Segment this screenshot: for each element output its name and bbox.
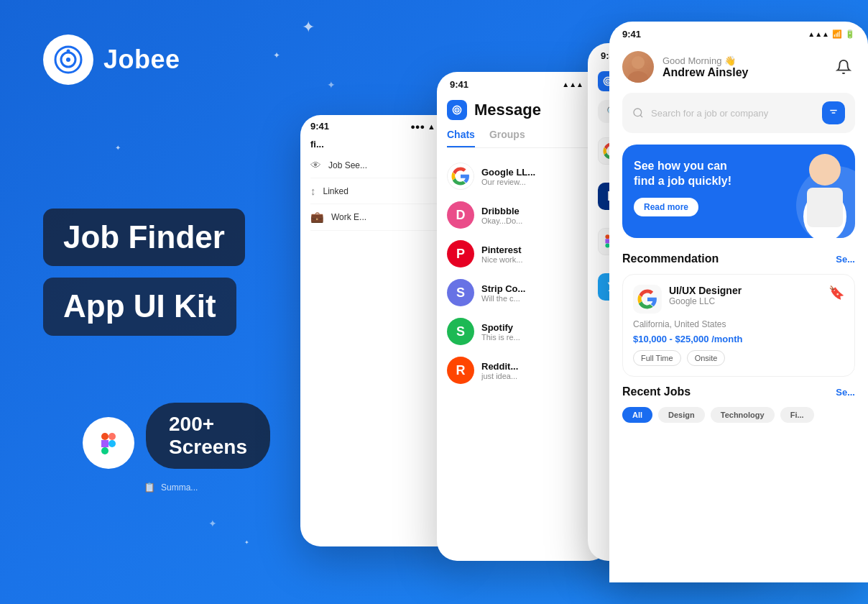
job-card-featured[interactable]: UI/UX Designer Google LLC 🔖 California, … bbox=[622, 274, 855, 377]
filter-button[interactable] bbox=[822, 101, 845, 124]
recommendation-see[interactable]: Se... bbox=[836, 254, 855, 265]
app-logo-messages bbox=[447, 100, 467, 120]
phone-profile: 9:41 ●●●▲🔋 fi... 👁 Job See... ↕ Linked 💼… bbox=[300, 115, 458, 546]
google-avatar bbox=[447, 163, 474, 190]
svg-rect-6 bbox=[101, 440, 108, 447]
reddit-avatar: R bbox=[447, 357, 474, 384]
filter-design[interactable]: Design bbox=[658, 407, 705, 423]
recommendation-section-header: Recommendation Se... bbox=[622, 252, 855, 265]
home-search[interactable]: Search for a job or company bbox=[622, 93, 855, 133]
svg-point-8 bbox=[108, 440, 116, 447]
stripe-avatar: S bbox=[447, 279, 474, 306]
bottom-icons-area: 📋 Summa... bbox=[144, 482, 198, 493]
eye-icon: 👁 bbox=[310, 159, 321, 171]
recent-jobs-see[interactable]: Se... bbox=[836, 387, 855, 398]
recent-jobs-title: Recent Jobs bbox=[622, 385, 691, 398]
sort-icon: ↕ bbox=[310, 185, 316, 197]
filter-fi[interactable]: Fi... bbox=[780, 407, 814, 423]
chat-item-stripe[interactable]: S Strip Co... Will the c... bbox=[447, 273, 599, 312]
notification-icon[interactable] bbox=[832, 55, 855, 78]
svg-rect-7 bbox=[101, 447, 108, 454]
phone-home: 9:41 ▲▲▲ 📶 🔋 bbox=[609, 22, 868, 582]
job-logo-google bbox=[633, 285, 662, 314]
svg-point-20 bbox=[632, 56, 645, 69]
job-salary: $10,000 - $25,000 /month bbox=[633, 334, 844, 344]
svg-point-14 bbox=[607, 81, 609, 82]
home-header: Good Morning 👋 Andrew Ainsley bbox=[622, 44, 855, 93]
sparkle-icon: ✦ bbox=[208, 518, 217, 529]
user-name: Andrew Ainsley bbox=[662, 66, 823, 79]
logo-area: Jobee bbox=[43, 35, 180, 85]
figma-icon bbox=[83, 417, 134, 469]
recent-jobs-section-header: Recent Jobs Se... bbox=[622, 385, 855, 398]
pinterest-avatar: P bbox=[447, 240, 474, 267]
svg-point-11 bbox=[456, 109, 458, 111]
svg-point-3 bbox=[67, 50, 70, 53]
svg-point-22 bbox=[634, 109, 642, 116]
logo-icon bbox=[43, 35, 93, 85]
briefcase-icon: 💼 bbox=[310, 211, 324, 224]
dribbble-avatar: D bbox=[447, 201, 474, 229]
banner-person bbox=[767, 145, 855, 238]
svg-point-2 bbox=[66, 58, 70, 62]
home-content: Good Morning 👋 Andrew Ainsley Search for… bbox=[609, 44, 868, 423]
title-badge-1: Job Finder bbox=[43, 209, 245, 266]
filter-technology[interactable]: Technology bbox=[711, 407, 775, 423]
status-bar-home: 9:41 ▲▲▲ 📶 🔋 bbox=[609, 22, 868, 44]
sidebar-item-linked[interactable]: ↕ Linked bbox=[310, 178, 448, 204]
job-company: Google LLC bbox=[669, 296, 821, 306]
phone-messages: 9:41 ▲▲▲🔋 Message Chats Groups bbox=[437, 72, 609, 561]
messages-content: Message Chats Groups Google LL... Our re… bbox=[437, 94, 609, 390]
messages-tabs: Chats Groups bbox=[447, 129, 599, 148]
job-title: UI/UX Designer bbox=[669, 285, 821, 296]
recommendation-title: Recommendation bbox=[622, 252, 719, 265]
status-bar-messages: 9:41 ▲▲▲🔋 bbox=[437, 72, 609, 94]
phones-container: 9:41 ●●●▲🔋 fi... 👁 Job See... ↕ Linked 💼… bbox=[279, 0, 868, 604]
svg-rect-4 bbox=[101, 433, 108, 440]
chat-item-google[interactable]: Google LL... Our review... bbox=[447, 157, 599, 196]
svg-rect-28 bbox=[807, 188, 843, 227]
filter-all[interactable]: All bbox=[622, 407, 652, 423]
user-avatar bbox=[622, 51, 654, 83]
job-location: California, United States bbox=[633, 319, 844, 329]
tagline2: App UI Kit bbox=[63, 289, 216, 324]
chat-item-dribbble[interactable]: D Dribbble Okay...Do... bbox=[447, 196, 599, 234]
screens-badge: 200+ Screens bbox=[146, 403, 270, 469]
spotify-avatar: S bbox=[447, 318, 474, 345]
tagline1: Job Finder bbox=[63, 220, 225, 255]
tab-groups[interactable]: Groups bbox=[489, 129, 525, 147]
bookmark-icon[interactable]: 🔖 bbox=[828, 285, 844, 301]
svg-rect-5 bbox=[108, 433, 116, 440]
tag-onsite: Onsite bbox=[687, 350, 726, 366]
chat-item-spotify[interactable]: S Spotify This is re... bbox=[447, 312, 599, 351]
job-tags: Full Time Onsite bbox=[633, 350, 844, 366]
sidebar-item-jobsee[interactable]: 👁 Job See... bbox=[310, 152, 448, 178]
svg-point-21 bbox=[628, 71, 648, 83]
messages-title: Message bbox=[447, 94, 599, 129]
chat-item-reddit[interactable]: R Reddit... just idea... bbox=[447, 351, 599, 390]
profile-title: fi... bbox=[300, 134, 458, 150]
banner-title: See how you can find a job quickly! bbox=[634, 159, 749, 189]
sparkle-icon: ✦ bbox=[244, 539, 249, 546]
title-block: Job Finder App UI Kit bbox=[43, 209, 245, 336]
greeting-text: Good Morning 👋 bbox=[662, 55, 823, 66]
tab-chats[interactable]: Chats bbox=[447, 129, 475, 147]
messages-heading: Message bbox=[474, 101, 541, 119]
screens-count: 200+ Screens bbox=[169, 413, 247, 458]
read-more-button[interactable]: Read more bbox=[634, 198, 698, 216]
svg-point-26 bbox=[809, 154, 841, 186]
status-bar-profile: 9:41 ●●●▲🔋 bbox=[300, 115, 458, 134]
search-placeholder: Search for a job or company bbox=[651, 108, 815, 119]
search-icon bbox=[632, 107, 644, 119]
tag-fulltime: Full Time bbox=[633, 350, 681, 366]
home-banner: See how you can find a job quickly! Read… bbox=[622, 145, 855, 238]
title-badge-2: App UI Kit bbox=[43, 278, 236, 335]
sidebar-item-work[interactable]: 💼 Work E... bbox=[310, 204, 448, 231]
filter-chips: All Design Technology Fi... bbox=[622, 407, 855, 423]
chat-item-pinterest[interactable]: P Pinterest Nice work... bbox=[447, 234, 599, 273]
sparkle-icon: ✦ bbox=[115, 144, 121, 152]
brand-name: Jobee bbox=[103, 45, 180, 75]
